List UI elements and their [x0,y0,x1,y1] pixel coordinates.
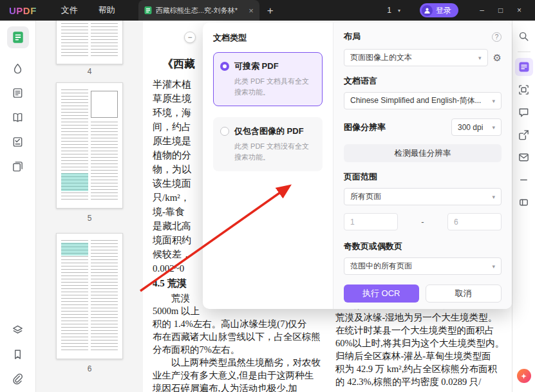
thumbnail-highlight [61,173,88,191]
odd-even-value: 范围中的所有页面 [350,261,412,272]
doc-type-title: 文档类型 [213,32,323,44]
option-searchable-pdf[interactable]: 可搜索 PDF 此类 PDF 文档具有全文搜索功能。 [213,52,323,106]
chevron-down-icon: ▾ [398,8,400,14]
thumbnail-page-number: 5 [36,214,143,223]
window-maximize-button[interactable]: □ [491,0,510,21]
layout-select[interactable]: 页面图像上的文本 ▾ [344,49,488,66]
edit-tool-button[interactable] [7,82,29,104]
share-button[interactable] [515,126,533,144]
toolbar-divider [518,51,530,52]
thumbnail-content [91,21,118,57]
ocr-icon [518,61,530,73]
tab-document-icon [144,6,152,15]
resolution-select[interactable]: 300 dpi ▾ [451,118,502,136]
thumbnail-content [61,240,88,352]
panel-icon [518,196,530,209]
detect-resolution-button[interactable]: 检测最佳分辨率 [344,144,502,162]
radio-off-icon [220,127,229,136]
document-title-fragment: 《西藏 [162,57,195,71]
thumbnail-content [91,122,118,201]
document-tab[interactable]: 西藏棕熊生态...究-刘务林* × [138,0,259,21]
option-image-only-pdf[interactable]: 仅包含图像的 PDF 此类 PDF 文档没有全文搜索功能。 [213,117,323,171]
thumbnail-page-6[interactable] [56,233,123,359]
new-tab-button[interactable]: + [267,5,274,16]
menu-file[interactable]: 文件 [51,0,88,21]
form-check-icon [12,136,24,148]
reader-tool-button[interactable] [7,106,29,128]
menu-help[interactable]: 帮助 [88,0,126,21]
login-label: 登录 [436,5,451,16]
language-value: Chinese Simplified and English-简体... [350,95,481,106]
thumbnail-page-number: 6 [36,364,143,373]
search-icon [518,30,530,42]
forms-tool-button[interactable] [7,131,29,153]
thumbnail-highlight [61,243,88,256]
option-label: 可搜索 PDF [234,61,315,72]
mail-button[interactable] [515,148,533,166]
paperclip-icon [12,373,24,385]
layers-panel-button[interactable] [7,319,29,341]
thumbnail-page-5[interactable] [56,82,123,209]
avatar [422,5,433,16]
collapse-toolbar-button[interactable] [515,171,533,189]
page-range-select[interactable]: 所有页面 ▾ [344,188,502,205]
title-bar: UPDF 文件 帮助 西藏棕熊生态...究-刘务林* × + 1 ▾ 登录 – … [0,0,535,21]
attachments-panel-button[interactable] [7,368,29,389]
thumbnails-icon [11,30,25,44]
option-description: 此类 PDF 文档具有全文搜索功能。 [234,76,315,98]
thumbnails-panel-button[interactable] [7,26,29,48]
login-button[interactable]: 登录 [420,3,458,17]
ocr-settings-section: 布局 ? 页面图像上的文本 ▾ ⚙ 文档语言 Chinese Simplifie… [333,23,512,309]
updf-logo: UPDF [9,5,37,16]
edit-document-icon [12,87,24,99]
organize-pages-button[interactable] [7,155,29,177]
annotate-tool-button[interactable] [7,57,29,79]
ocr-doc-type-section: 文档类型 可搜索 PDF 此类 PDF 文档具有全文搜索功能。 仅包含图像的 P… [203,23,333,309]
language-select[interactable]: Chinese Simplified and English-简体... ▾ [344,92,502,109]
comment-tool-button[interactable] [515,103,533,121]
resolution-value: 300 dpi [458,123,483,132]
dialog-collapse-button[interactable]: − [184,32,196,43]
language-label: 文档语言 [344,75,502,87]
left-toolbar [0,21,36,392]
option-description: 此类 PDF 文档没有全文搜索功能。 [234,141,315,163]
bookmarks-panel-button[interactable] [7,343,29,365]
run-ocr-button[interactable]: 执行 OCR [344,285,419,303]
odd-even-select[interactable]: 范围中的所有页面 ▾ [344,257,502,275]
assistant-button[interactable] [517,369,531,383]
ocr-dialog: 文档类型 可搜索 PDF 此类 PDF 文档具有全文搜索功能。 仅包含图像的 P… [203,23,512,309]
snapshot-tool-button[interactable] [515,80,533,98]
cancel-button[interactable]: 取消 [426,285,502,303]
search-button[interactable] [515,27,533,45]
resolution-label: 图像分辨率 [344,122,386,133]
thumbnail-page-4[interactable] [56,21,123,64]
chevron-down-icon: ▾ [492,263,495,270]
share-icon [518,129,530,141]
thumbnail-content [91,240,118,352]
window-close-button[interactable]: × [510,0,529,21]
layout-value: 页面图像上的文本 [350,52,412,63]
thumbnail-page-number: 4 [36,67,143,76]
option-label: 仅包含图像的 PDF [234,126,315,137]
page-range-label: 页面范围 [344,171,502,183]
document-section-heading: 4.5 荒漠 [153,277,187,290]
page-indicator[interactable]: 1 ▾ [387,6,400,15]
help-icon[interactable]: ? [492,32,502,42]
thumbnail-panel: 4 5 6 [36,21,143,392]
side-panel-button[interactable] [515,193,533,211]
window-minimize-button[interactable]: – [473,0,491,21]
gear-icon[interactable]: ⚙ [493,52,502,64]
ocr-tool-button[interactable] [515,58,533,76]
radio-on-icon [220,62,229,71]
bookmark-icon [12,348,24,360]
range-from-input[interactable]: 1 [344,213,398,230]
page-indicator-value: 1 [387,6,391,15]
tab-close-icon[interactable]: × [249,6,254,15]
thumbnail-table [91,91,118,118]
chevron-down-icon: ▾ [492,124,495,131]
book-icon [12,111,24,124]
mail-icon [518,151,530,163]
range-separator: - [421,217,424,227]
range-to-input[interactable]: 6 [447,213,502,230]
chevron-down-icon: ▾ [492,194,495,200]
